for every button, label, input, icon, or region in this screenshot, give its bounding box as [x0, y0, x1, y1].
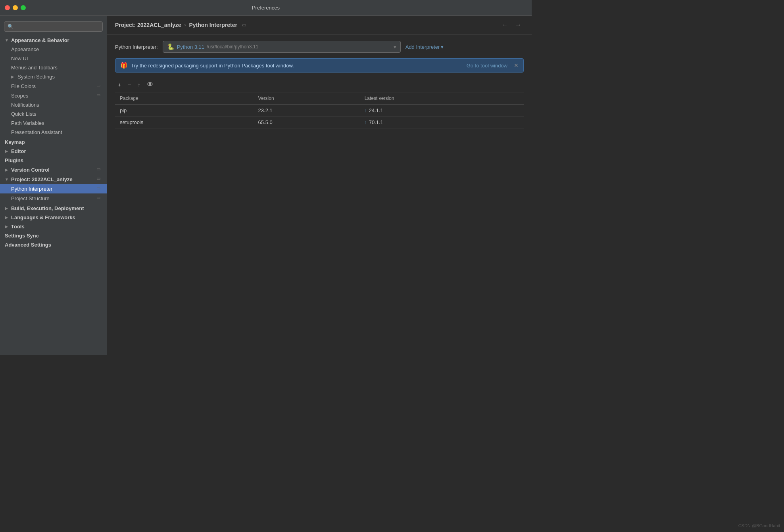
window-icon: ▭	[96, 176, 103, 182]
sidebar-item-label: Build, Execution, Deployment	[11, 205, 84, 211]
minimize-button[interactable]	[13, 5, 18, 10]
sidebar-item-label: Keymap	[5, 139, 25, 145]
content-area: Project: 2022ACL_anlyze › Python Interpr…	[107, 16, 532, 355]
python-path: /usr/local/bin/python3.11	[207, 44, 258, 50]
sidebar-item-advanced-settings[interactable]: Advanced Settings	[0, 240, 107, 249]
cell-version: 65.5.0	[254, 117, 360, 128]
sidebar: 🔍 Appearance & Behavior Appearance New U…	[0, 16, 107, 355]
nav-forward-button[interactable]: →	[513, 21, 524, 29]
sidebar-item-label: Project Structure	[11, 195, 50, 201]
sidebar-item-settings-sync[interactable]: Settings Sync	[0, 231, 107, 240]
info-banner: 🎁 Try the redesigned packaging support i…	[115, 58, 524, 73]
sidebar-item-tools[interactable]: Tools	[0, 222, 107, 231]
banner-close-button[interactable]: ✕	[514, 62, 519, 69]
sidebar-item-label: Path Variables	[11, 120, 44, 126]
section-project: Project: 2022ACL_anlyze ▭ Python Interpr…	[0, 174, 107, 203]
chevron-icon	[5, 206, 10, 211]
eye-icon	[147, 81, 153, 87]
content-header: Project: 2022ACL_anlyze › Python Interpr…	[107, 16, 532, 34]
sidebar-item-version-control[interactable]: Version Control ▭	[0, 165, 107, 174]
sidebar-item-label: Plugins	[5, 157, 23, 163]
package-table: Package Version Latest version pip 23.2.…	[115, 92, 524, 128]
latest-version-value: 24.1.1	[369, 107, 383, 113]
cell-latest-version: ↑ 70.1.1	[360, 117, 524, 128]
search-box[interactable]: 🔍	[4, 21, 103, 32]
sidebar-item-file-colors[interactable]: File Colors ▭	[0, 81, 107, 91]
sidebar-item-project-structure[interactable]: Project Structure ▭	[0, 193, 107, 203]
sidebar-item-editor[interactable]: Editor	[0, 147, 107, 156]
close-button[interactable]	[5, 5, 10, 10]
sidebar-item-languages-frameworks[interactable]: Languages & Frameworks	[0, 213, 107, 222]
sidebar-item-label: New UI	[11, 55, 28, 61]
chevron-icon	[5, 224, 10, 229]
window-icon: ▭	[96, 83, 103, 89]
breadcrumb-page: Python Interpreter	[189, 22, 237, 28]
sidebar-item-keymap[interactable]: Keymap	[0, 138, 107, 147]
sidebar-item-label: Tools	[11, 224, 25, 230]
content-body: Python Interpreter: 🐍 Python 3.11 /usr/l…	[107, 34, 532, 355]
package-toolbar: + − ↑	[115, 78, 524, 92]
col-package[interactable]: Package	[115, 92, 254, 105]
sidebar-item-python-interpreter[interactable]: Python Interpreter ▭	[0, 184, 107, 193]
go-to-tool-window-link[interactable]: Go to tool window	[467, 63, 507, 69]
search-input[interactable]	[15, 24, 99, 29]
sidebar-item-project[interactable]: Project: 2022ACL_anlyze ▭	[0, 174, 107, 184]
sidebar-item-presentation-assistant[interactable]: Presentation Assistant	[0, 128, 107, 137]
chevron-icon	[11, 75, 17, 79]
interpreter-dropdown[interactable]: 🐍 Python 3.11 /usr/local/bin/python3.11 …	[163, 41, 401, 53]
sidebar-item-quick-lists[interactable]: Quick Lists	[0, 109, 107, 119]
sidebar-item-label: Menus and Toolbars	[11, 65, 58, 71]
sidebar-item-label: Notifications	[11, 102, 39, 108]
table-header: Package Version Latest version	[115, 92, 524, 105]
interpreter-row: Python Interpreter: 🐍 Python 3.11 /usr/l…	[115, 41, 524, 53]
sidebar-item-path-variables[interactable]: Path Variables	[0, 119, 107, 128]
maximize-button[interactable]	[21, 5, 26, 10]
remove-package-button[interactable]: −	[125, 80, 134, 89]
sidebar-item-label: System Settings	[17, 74, 55, 80]
sidebar-item-menus-toolbars[interactable]: Menus and Toolbars	[0, 63, 107, 72]
sidebar-item-label: Appearance	[11, 46, 39, 52]
sidebar-item-appearance-behavior[interactable]: Appearance & Behavior	[0, 36, 107, 45]
window-icon: ▭	[96, 92, 103, 99]
chevron-icon	[5, 38, 10, 42]
cell-version: 23.2.1	[254, 105, 360, 117]
nav-back-button[interactable]: ←	[499, 21, 510, 29]
upgrade-icon: ↑	[365, 108, 367, 113]
chevron-icon	[5, 149, 10, 153]
sidebar-item-system-settings[interactable]: System Settings	[0, 72, 107, 81]
add-package-button[interactable]: +	[115, 80, 124, 89]
sidebar-item-notifications[interactable]: Notifications	[0, 100, 107, 109]
sidebar-item-label: Quick Lists	[11, 111, 37, 117]
sidebar-item-label: Scopes	[11, 93, 28, 99]
window-title: Preferences	[252, 5, 280, 11]
add-interpreter-button[interactable]: Add Interpreter ▾	[405, 44, 444, 50]
sidebar-item-plugins[interactable]: Plugins	[0, 156, 107, 165]
add-interpreter-chevron-icon: ▾	[441, 44, 444, 50]
col-version[interactable]: Version	[254, 92, 360, 105]
sidebar-item-appearance[interactable]: Appearance	[0, 45, 107, 54]
main-container: 🔍 Appearance & Behavior Appearance New U…	[0, 16, 532, 355]
col-latest-version[interactable]: Latest version	[360, 92, 524, 105]
python-version-name: Python 3.11	[177, 44, 204, 50]
eye-button[interactable]	[144, 80, 156, 90]
sidebar-item-label: File Colors	[11, 83, 36, 89]
latest-version-value: 70.1.1	[369, 119, 383, 125]
svg-point-1	[149, 83, 151, 85]
window-icon: ▭	[96, 186, 103, 192]
sidebar-item-new-ui[interactable]: New UI	[0, 54, 107, 63]
upgrade-icon: ↑	[365, 120, 367, 125]
svg-point-0	[148, 82, 152, 86]
sidebar-item-label: Project: 2022ACL_anlyze	[11, 176, 73, 182]
cell-package-name: setuptools	[115, 117, 254, 128]
window-icon: ▭	[96, 166, 103, 173]
window-icon: ▭	[96, 195, 103, 201]
sidebar-item-scopes[interactable]: Scopes ▭	[0, 91, 107, 100]
interpreter-label: Python Interpreter:	[115, 44, 158, 50]
sidebar-item-build-execution[interactable]: Build, Execution, Deployment	[0, 204, 107, 213]
table-body: pip 23.2.1 ↑ 24.1.1 setuptools 65.5.0	[115, 105, 524, 128]
chevron-icon	[5, 215, 10, 220]
dropdown-chevron-icon: ▾	[394, 44, 396, 50]
breadcrumb: Project: 2022ACL_anlyze › Python Interpr…	[115, 22, 246, 28]
sidebar-item-label: Appearance & Behavior	[11, 37, 69, 43]
upload-package-button[interactable]: ↑	[135, 80, 144, 89]
